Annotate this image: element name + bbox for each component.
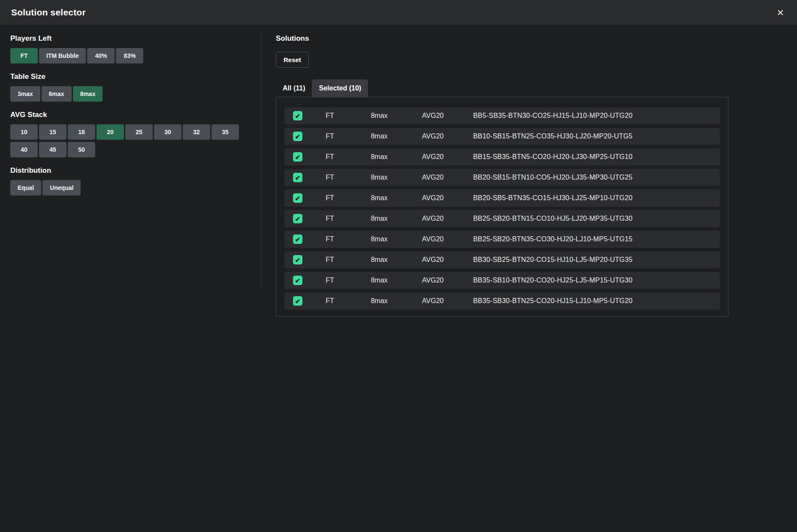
solution-row[interactable]: ✔ FT 8max AVG20 BB15-SB35-BTN5-CO20-HJ20… <box>284 148 720 165</box>
filter-option-button[interactable]: Unequal <box>42 180 81 195</box>
filter-option-button[interactable]: 35 <box>211 124 239 140</box>
filter-option-button[interactable]: 8max <box>73 86 103 102</box>
row-solution-name: BB25-SB20-BTN35-CO30-HJ20-LJ10-MP5-UTG15 <box>463 235 720 243</box>
row-players-left: FT <box>304 174 356 181</box>
checkbox[interactable]: ✔ <box>293 234 302 244</box>
filter-option-button[interactable]: 15 <box>39 124 66 140</box>
checkbox[interactable]: ✔ <box>293 296 302 306</box>
solution-row[interactable]: ✔ FT 8max AVG20 BB20-SB5-BTN35-CO15-HJ30… <box>284 189 720 207</box>
filter-option-button[interactable]: 40 <box>10 142 38 157</box>
solutions-list: ✔ FT 8max AVG20 BB5-SB35-BTN30-CO25-HJ15… <box>284 107 720 310</box>
checkbox[interactable]: ✔ <box>293 276 302 285</box>
row-avg-stack: AVG20 <box>403 215 463 222</box>
filter-option-button[interactable]: 40% <box>87 48 115 63</box>
row-table-size: 8max <box>356 194 403 202</box>
row-avg-stack: AVG20 <box>403 194 463 202</box>
filter-option-button[interactable]: 25 <box>125 124 153 140</box>
solutions-heading: Solutions <box>276 34 728 43</box>
players-left-heading: Players Left <box>10 34 261 43</box>
check-icon: ✔ <box>295 216 301 222</box>
solution-row[interactable]: ✔ FT 8max AVG20 BB25-SB20-BTN35-CO30-HJ2… <box>284 231 720 248</box>
solution-row[interactable]: ✔ FT 8max AVG20 BB35-SB30-BTN25-CO20-HJ1… <box>284 292 720 310</box>
solutions-list-panel: ✔ FT 8max AVG20 BB5-SB35-BTN30-CO25-HJ15… <box>276 97 728 317</box>
checkbox[interactable]: ✔ <box>293 173 302 182</box>
row-avg-stack: AVG20 <box>403 277 463 284</box>
row-solution-name: BB5-SB35-BTN30-CO25-HJ15-LJ10-MP20-UTG20 <box>463 112 720 120</box>
row-table-size: 8max <box>356 256 403 264</box>
row-avg-stack: AVG20 <box>403 112 463 120</box>
solution-row[interactable]: ✔ FT 8max AVG20 BB10-SB15-BTN25-CO35-HJ3… <box>284 128 720 145</box>
solutions-tabs: All (11) Selected (10) <box>276 79 728 97</box>
filter-option-button[interactable]: 32 <box>183 124 210 140</box>
row-table-size: 8max <box>356 277 403 284</box>
row-avg-stack: AVG20 <box>403 153 463 161</box>
row-avg-stack: AVG20 <box>403 174 463 181</box>
filter-section-players-left: Players Left FT ITM Bubble 40% 83% <box>10 34 261 63</box>
solution-row[interactable]: ✔ FT 8max AVG20 BB25-SB20-BTN15-CO10-HJ5… <box>284 210 720 227</box>
solution-row[interactable]: ✔ FT 8max AVG20 BB35-SB10-BTN20-CO20-HJ2… <box>284 272 720 289</box>
filter-option-button[interactable]: 3max <box>10 86 40 102</box>
avg-stack-options: 10 15 18 20 25 30 32 35 40 45 50 <box>10 124 244 157</box>
row-solution-name: BB30-SB25-BTN20-CO15-HJ10-LJ5-MP20-UTG35 <box>463 256 720 264</box>
filter-option-button[interactable]: 30 <box>154 124 181 140</box>
tab[interactable]: All (11) <box>276 79 312 97</box>
filter-option-button[interactable]: ITM Bubble <box>39 48 86 63</box>
solution-row[interactable]: ✔ FT 8max AVG20 BB30-SB25-BTN20-CO15-HJ1… <box>284 251 720 268</box>
checkbox[interactable]: ✔ <box>293 193 302 203</box>
filter-option-button[interactable]: 20 <box>97 124 124 140</box>
checkbox[interactable]: ✔ <box>293 111 302 120</box>
reset-button[interactable]: Reset <box>276 52 309 68</box>
table-size-options: 3max 6max 8max <box>10 86 261 102</box>
row-players-left: FT <box>304 132 356 140</box>
panel-divider <box>261 29 261 290</box>
check-icon: ✔ <box>295 133 301 140</box>
row-players-left: FT <box>304 215 356 222</box>
row-solution-name: BB25-SB20-BTN15-CO10-HJ5-LJ20-MP35-UTG30 <box>463 215 720 222</box>
row-players-left: FT <box>304 256 356 264</box>
row-players-left: FT <box>304 153 356 161</box>
row-solution-name: BB20-SB15-BTN10-CO5-HJ20-LJ35-MP30-UTG25 <box>463 174 720 181</box>
close-icon[interactable]: ✕ <box>775 6 786 19</box>
filters-panel: Players Left FT ITM Bubble 40% 83% Table… <box>10 34 261 317</box>
filter-section-table-size: Table Size 3max 6max 8max <box>10 72 261 102</box>
filter-option-button[interactable]: 45 <box>39 142 66 157</box>
players-left-options: FT ITM Bubble 40% 83% <box>10 48 261 63</box>
avg-stack-heading: AVG Stack <box>10 111 261 119</box>
row-solution-name: BB35-SB30-BTN25-CO20-HJ15-LJ10-MP5-UTG20 <box>463 297 720 305</box>
row-players-left: FT <box>304 297 356 305</box>
row-table-size: 8max <box>356 153 403 161</box>
filter-option-button[interactable]: Equal <box>10 180 41 195</box>
solutions-panel: Solutions Reset All (11) Selected (10) ✔… <box>276 34 728 317</box>
row-table-size: 8max <box>356 215 403 222</box>
solution-row[interactable]: ✔ FT 8max AVG20 BB20-SB15-BTN10-CO5-HJ20… <box>284 169 720 186</box>
filter-option-button[interactable]: 6max <box>42 86 72 102</box>
checkbox[interactable]: ✔ <box>293 152 302 162</box>
check-icon: ✔ <box>295 277 301 284</box>
row-players-left: FT <box>304 194 356 202</box>
filter-option-button[interactable]: FT <box>10 48 38 63</box>
row-solution-name: BB35-SB10-BTN20-CO20-HJ25-LJ5-MP15-UTG30 <box>463 277 720 284</box>
filter-option-button[interactable]: 83% <box>116 48 143 63</box>
row-avg-stack: AVG20 <box>403 235 463 243</box>
dialog-title: Solution selector <box>11 7 86 18</box>
row-solution-name: BB10-SB15-BTN25-CO35-HJ30-LJ20-MP20-UTG5 <box>463 132 720 140</box>
checkbox[interactable]: ✔ <box>293 255 302 264</box>
check-icon: ✔ <box>295 174 301 181</box>
checkbox[interactable]: ✔ <box>293 132 302 141</box>
check-icon: ✔ <box>295 195 301 201</box>
filter-option-button[interactable]: 50 <box>68 142 95 157</box>
filter-option-button[interactable]: 18 <box>68 124 95 140</box>
row-avg-stack: AVG20 <box>403 297 463 305</box>
filter-section-avg-stack: AVG Stack 10 15 18 20 25 30 32 35 40 45 … <box>10 111 261 157</box>
check-icon: ✔ <box>295 257 301 263</box>
solution-row[interactable]: ✔ FT 8max AVG20 BB5-SB35-BTN30-CO25-HJ15… <box>284 107 720 124</box>
tab[interactable]: Selected (10) <box>312 79 368 97</box>
table-size-heading: Table Size <box>10 72 261 81</box>
row-table-size: 8max <box>356 132 403 140</box>
check-icon: ✔ <box>295 236 301 243</box>
row-solution-name: BB15-SB35-BTN5-CO20-HJ20-LJ30-MP25-UTG10 <box>463 153 720 161</box>
dialog-header: Solution selector ✕ <box>0 0 797 25</box>
filter-option-button[interactable]: 10 <box>10 124 38 140</box>
checkbox[interactable]: ✔ <box>293 214 302 223</box>
row-table-size: 8max <box>356 112 403 120</box>
